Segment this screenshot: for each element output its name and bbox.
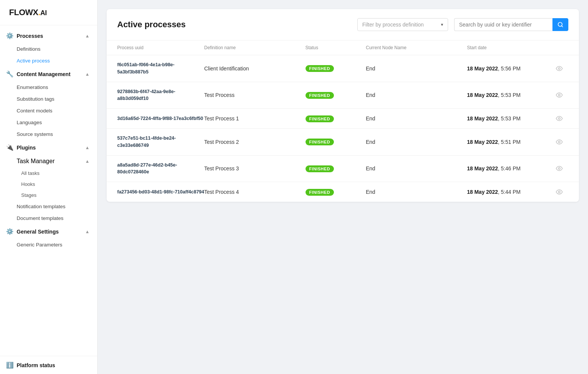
content-management-chevron: ▲	[85, 72, 90, 77]
uuid-cell: fa273456-bd03-48d1-98fc-710aff4c8794	[117, 189, 204, 196]
sidebar-item-substitution-tags[interactable]: Substitution tags	[0, 93, 97, 105]
start-date-cell: 18 May 2022, 5:53 PM	[467, 115, 550, 122]
col-definition-name: Definition name	[204, 45, 306, 50]
general-settings-chevron: ▲	[85, 229, 90, 234]
node-name-cell: End	[366, 189, 467, 195]
uuid-cell: 537c7e51-bc11-4fde-be24-c3e33e686749	[117, 135, 204, 149]
sidebar-item-enumerations[interactable]: Enumerations	[0, 81, 97, 93]
sidebar-item-definitions[interactable]: Definitions	[0, 43, 97, 55]
status-cell: FINISHED	[306, 165, 366, 172]
logo: FLOWX.AI	[9, 8, 88, 17]
search-box	[454, 18, 568, 31]
table-row: 9278863b-6f47-42aa-9e8e-a8b3d059df10 Tes…	[107, 82, 579, 109]
definition-name-cell: Test Process 3	[204, 165, 306, 171]
table-header: Process uuid Definition name Status Curr…	[107, 41, 579, 55]
definition-name-cell: Test Process	[204, 92, 306, 98]
view-icon[interactable]	[550, 115, 568, 122]
status-cell: FINISHED	[306, 189, 366, 196]
sidebar: FLOWX.AI ⚙️ Processes ▲ Definitions Acti…	[0, 0, 98, 374]
uuid-cell: 3d16a65d-7224-4ffa-9f88-17ea3c6fbf50	[117, 115, 204, 122]
svg-point-7	[559, 191, 560, 193]
svg-point-2	[559, 67, 560, 69]
uuid-cell: 9278863b-6f47-42aa-9e8e-a8b3d059df10	[117, 88, 204, 103]
status-badge: FINISHED	[306, 65, 334, 72]
view-icon[interactable]	[550, 188, 568, 196]
sidebar-item-document-templates[interactable]: Document templates	[0, 212, 97, 224]
processes-chevron: ▲	[85, 33, 90, 39]
definition-name-cell: Client Identification	[204, 65, 306, 72]
start-date-cell: 18 May 2022, 5:46 PM	[467, 165, 550, 171]
view-icon[interactable]	[550, 165, 568, 172]
svg-point-4	[559, 118, 560, 120]
svg-point-3	[559, 94, 560, 96]
svg-line-1	[562, 26, 563, 27]
task-manager-item[interactable]: Task Manager ▲	[0, 155, 97, 168]
definition-name-cell: Test Process 4	[204, 189, 306, 195]
definition-name-cell: Test Process 2	[204, 139, 306, 145]
col-process-uuid: Process uuid	[117, 45, 204, 50]
active-processes-card: Active processes Filter by process defin…	[107, 9, 579, 202]
start-date-cell: 18 May 2022, 5:53 PM	[467, 92, 550, 98]
content-management-icon: 🔧	[6, 70, 14, 78]
sidebar-item-notification-templates[interactable]: Notification templates	[0, 201, 97, 212]
view-icon[interactable]	[550, 65, 568, 72]
uuid-cell: a8a5ad8d-277e-46d2-b45e-80dc0728460e	[117, 162, 204, 176]
svg-point-5	[559, 141, 560, 143]
processes-icon: ⚙️	[6, 32, 14, 39]
definition-name-cell: Test Process 1	[204, 115, 306, 122]
sidebar-item-all-tasks[interactable]: All tasks	[0, 168, 97, 179]
status-badge: FINISHED	[306, 165, 334, 172]
content-management-label: Content Management	[17, 71, 70, 77]
plugins-label: Plugins	[17, 145, 36, 151]
sidebar-item-hooks[interactable]: Hooks	[0, 179, 97, 190]
sidebar-item-active-process[interactable]: Active process	[0, 55, 97, 67]
filter-chevron-icon: ▾	[441, 22, 443, 27]
view-icon[interactable]	[550, 91, 568, 99]
sidebar-item-source-systems[interactable]: Source systems	[0, 128, 97, 140]
node-name-cell: End	[366, 115, 467, 122]
table-row: f6c051ab-f066-4e1a-b98e-5a3bf3b887b5 Cli…	[107, 55, 579, 82]
task-manager-chevron: ▲	[85, 159, 90, 164]
plugins-icon: 🔌	[6, 144, 14, 151]
table-row: 537c7e51-bc11-4fde-be24-c3e33e686749 Tes…	[107, 129, 579, 156]
col-actions	[550, 45, 568, 50]
sidebar-item-stages[interactable]: Stages	[0, 190, 97, 201]
platform-status-label: Platform status	[17, 362, 55, 368]
plugins-group[interactable]: 🔌 Plugins ▲	[0, 140, 97, 155]
col-status: Status	[306, 45, 366, 50]
filter-placeholder: Filter by process definition	[362, 22, 424, 28]
node-name-cell: End	[366, 165, 467, 171]
svg-point-6	[559, 168, 560, 170]
node-name-cell: End	[366, 65, 467, 72]
page-title: Active processes	[117, 20, 351, 30]
sidebar-item-generic-parameters[interactable]: Generic Parameters	[0, 239, 97, 251]
start-date-cell: 18 May 2022, 5:56 PM	[467, 65, 550, 72]
task-manager-label: Task Manager	[17, 158, 55, 165]
table-row: fa273456-bd03-48d1-98fc-710aff4c8794 Tes…	[107, 182, 579, 202]
nav: ⚙️ Processes ▲ Definitions Active proces…	[0, 25, 97, 254]
table-body: f6c051ab-f066-4e1a-b98e-5a3bf3b887b5 Cli…	[107, 55, 579, 202]
logo-text: FLOWX.AI	[9, 8, 47, 17]
col-start-date: Start date	[467, 45, 550, 50]
start-date-cell: 18 May 2022, 5:51 PM	[467, 139, 550, 145]
sidebar-item-content-models[interactable]: Content models	[0, 105, 97, 117]
card-header: Active processes Filter by process defin…	[107, 9, 579, 41]
status-cell: FINISHED	[306, 115, 366, 122]
main-content: Active processes Filter by process defin…	[98, 0, 588, 374]
general-settings-group[interactable]: ⚙️ General Settings ▲	[0, 224, 97, 239]
processes-group[interactable]: ⚙️ Processes ▲	[0, 28, 97, 43]
filter-dropdown[interactable]: Filter by process definition ▾	[357, 18, 448, 31]
status-cell: FINISHED	[306, 65, 366, 72]
status-badge: FINISHED	[306, 115, 334, 122]
status-badge: FINISHED	[306, 189, 334, 196]
col-current-node: Current Node Name	[366, 45, 467, 50]
platform-status[interactable]: ℹ️ Platform status	[0, 356, 97, 374]
content-management-group[interactable]: 🔧 Content Management ▲	[0, 67, 97, 81]
search-input[interactable]	[454, 18, 552, 31]
search-button[interactable]	[552, 18, 568, 31]
start-date-cell: 18 May 2022, 5:44 PM	[467, 189, 550, 195]
view-icon[interactable]	[550, 138, 568, 146]
general-settings-icon: ⚙️	[6, 228, 14, 235]
sidebar-item-languages[interactable]: Languages	[0, 117, 97, 128]
search-icon	[557, 22, 563, 28]
